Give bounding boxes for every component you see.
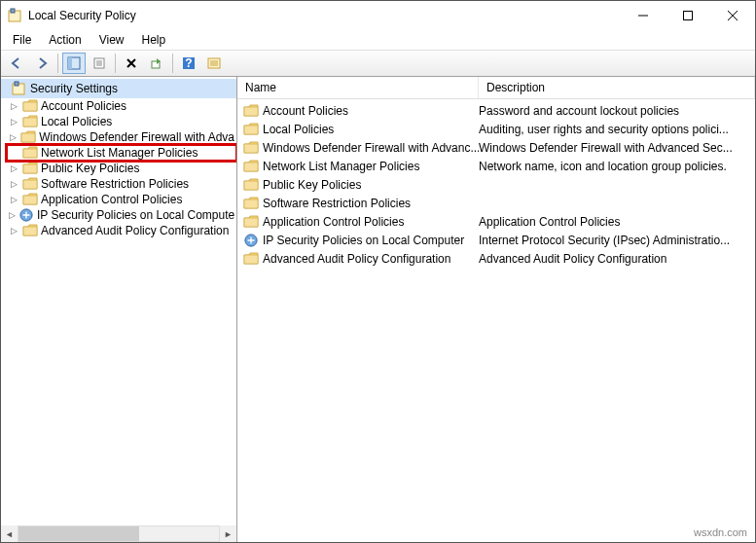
row-name: Application Control Policies bbox=[263, 215, 404, 229]
folder-icon bbox=[243, 178, 259, 192]
folder-icon bbox=[243, 104, 259, 118]
watermark: wsxdn.com bbox=[694, 526, 747, 538]
row-name: Windows Defender Firewall with Advanc... bbox=[263, 141, 479, 155]
svg-rect-5 bbox=[68, 57, 72, 69]
tree-item-label: Local Policies bbox=[41, 115, 112, 128]
column-header-description[interactable]: Description bbox=[479, 77, 755, 98]
expander-icon[interactable]: ▷ bbox=[9, 179, 19, 190]
separator bbox=[57, 54, 58, 73]
list-row[interactable]: Local PoliciesAuditing, user rights and … bbox=[237, 120, 755, 138]
folder-icon bbox=[22, 162, 38, 175]
horizontal-scrollbar[interactable]: ◄ ► bbox=[1, 525, 236, 542]
app-icon bbox=[7, 8, 22, 23]
row-name: Local Policies bbox=[263, 123, 334, 136]
expander-icon[interactable]: ▷ bbox=[9, 163, 19, 174]
back-button[interactable] bbox=[5, 53, 28, 74]
tree-item-label: Public Key Policies bbox=[41, 162, 139, 175]
row-name: Public Key Policies bbox=[263, 178, 361, 192]
minimize-button[interactable] bbox=[621, 1, 666, 30]
refresh-button[interactable] bbox=[202, 53, 226, 74]
menu-view[interactable]: View bbox=[91, 31, 132, 49]
tree-item-label: Software Restriction Policies bbox=[41, 177, 189, 191]
delete-button[interactable] bbox=[120, 53, 143, 74]
tree-item-label: Account Policies bbox=[41, 99, 126, 113]
row-description: Password and account lockout policies bbox=[479, 104, 755, 118]
tree-item[interactable]: ▷Application Control Policies bbox=[7, 192, 236, 207]
folder-icon bbox=[243, 123, 259, 136]
folder-icon bbox=[243, 160, 259, 173]
expander-icon[interactable]: ▷ bbox=[9, 132, 18, 143]
show-hide-tree-button[interactable] bbox=[62, 53, 86, 74]
list-row[interactable]: IP Security Policies on Local ComputerIn… bbox=[237, 231, 755, 249]
menu-file[interactable]: File bbox=[5, 31, 39, 49]
row-description: Advanced Audit Policy Configuration bbox=[479, 252, 755, 266]
row-name: Network List Manager Policies bbox=[263, 160, 419, 173]
folder-icon bbox=[22, 115, 38, 128]
separator bbox=[172, 54, 173, 73]
list-row[interactable]: Application Control PoliciesApplication … bbox=[237, 212, 755, 231]
scroll-right-arrow[interactable]: ► bbox=[220, 525, 236, 542]
folder-icon bbox=[243, 215, 259, 229]
column-headers: Name Description bbox=[237, 77, 755, 99]
svg-text:?: ? bbox=[185, 56, 192, 70]
tree-item-label: Application Control Policies bbox=[41, 193, 182, 206]
window-title: Local Security Policy bbox=[28, 9, 621, 22]
menu-action[interactable]: Action bbox=[41, 31, 89, 49]
folder-icon bbox=[20, 130, 36, 144]
expander-icon[interactable]: ▷ bbox=[9, 101, 19, 112]
ipsec-icon bbox=[243, 234, 259, 247]
scroll-thumb[interactable] bbox=[18, 526, 139, 541]
tree-item-label: IP Security Policies on Local Compute bbox=[37, 208, 234, 222]
help-button[interactable]: ? bbox=[177, 53, 200, 74]
toolbar: ? bbox=[1, 50, 755, 77]
close-button[interactable] bbox=[710, 1, 755, 30]
folder-icon bbox=[22, 146, 38, 160]
svg-rect-3 bbox=[684, 12, 693, 20]
tree-item[interactable]: ▷Windows Defender Firewall with Adva bbox=[7, 129, 236, 145]
ipsec-icon bbox=[18, 208, 34, 222]
row-description: Auditing, user rights and security optio… bbox=[479, 123, 755, 136]
folder-icon bbox=[22, 193, 38, 206]
folder-icon bbox=[22, 177, 38, 191]
expander-icon[interactable]: ▷ bbox=[9, 210, 16, 221]
tree-item[interactable]: ▷Advanced Audit Policy Configuration bbox=[7, 223, 236, 238]
folder-icon bbox=[243, 197, 259, 210]
properties-button[interactable] bbox=[88, 53, 111, 74]
separator bbox=[115, 54, 116, 73]
tree-item[interactable]: ▷Software Restriction Policies bbox=[7, 176, 236, 192]
row-name: Account Policies bbox=[263, 104, 348, 118]
column-header-name[interactable]: Name bbox=[237, 77, 479, 98]
tree-root-label: Security Settings bbox=[30, 82, 118, 95]
tree-item[interactable]: ▷IP Security Policies on Local Compute bbox=[7, 207, 236, 223]
expander-icon[interactable]: ▷ bbox=[9, 226, 19, 236]
expander-icon[interactable] bbox=[9, 148, 19, 159]
tree-pane: Security Settings ▷Account Policies▷Loca… bbox=[1, 77, 237, 542]
list-row[interactable]: Advanced Audit Policy ConfigurationAdvan… bbox=[237, 249, 755, 268]
menubar: File Action View Help bbox=[1, 30, 755, 50]
tree-item[interactable]: Network List Manager Policies bbox=[7, 145, 236, 161]
folder-icon bbox=[22, 224, 38, 237]
expander-icon[interactable]: ▷ bbox=[9, 117, 19, 127]
tree-item[interactable]: ▷Local Policies bbox=[7, 114, 236, 129]
list-row[interactable]: Windows Defender Firewall with Advanc...… bbox=[237, 138, 755, 157]
list-row[interactable]: Public Key Policies bbox=[237, 175, 755, 194]
tree-item[interactable]: ▷Account Policies bbox=[7, 98, 236, 114]
list-row[interactable]: Software Restriction Policies bbox=[237, 194, 755, 212]
row-description: Network name, icon and location group po… bbox=[479, 160, 755, 173]
forward-button[interactable] bbox=[30, 53, 54, 74]
scroll-track[interactable] bbox=[18, 525, 220, 542]
folder-icon bbox=[243, 141, 259, 155]
export-button[interactable] bbox=[145, 53, 168, 74]
list-row[interactable]: Network List Manager PoliciesNetwork nam… bbox=[237, 157, 755, 175]
tree-item[interactable]: ▷Public Key Policies bbox=[7, 161, 236, 176]
menu-help[interactable]: Help bbox=[134, 31, 174, 49]
folder-icon bbox=[243, 252, 259, 266]
tree-root[interactable]: Security Settings bbox=[1, 79, 236, 98]
titlebar: Local Security Policy bbox=[1, 1, 755, 30]
security-settings-icon bbox=[11, 81, 26, 96]
scroll-left-arrow[interactable]: ◄ bbox=[1, 525, 18, 542]
folder-icon bbox=[22, 99, 38, 113]
list-row[interactable]: Account PoliciesPassword and account loc… bbox=[237, 101, 755, 120]
expander-icon[interactable]: ▷ bbox=[9, 195, 19, 205]
maximize-button[interactable] bbox=[666, 1, 710, 30]
